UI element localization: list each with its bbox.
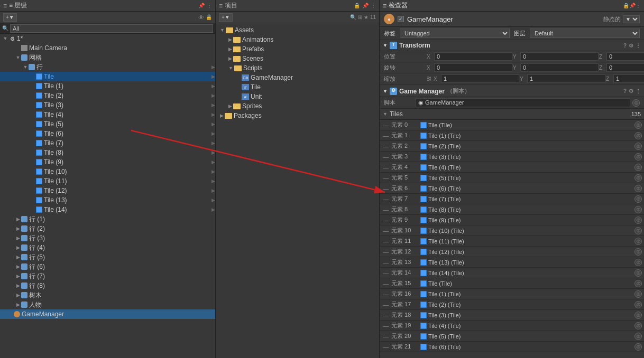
tile4-item[interactable]: Tile (4) ▶ — [0, 110, 215, 119]
tile-ref-select-btn[interactable]: ◎ — [634, 343, 642, 351]
renw-item[interactable]: ▶ 人物 — [0, 300, 215, 309]
hang5-item[interactable]: ▶ 行 (5) — [0, 252, 215, 262]
tile9-item[interactable]: Tile (9) ▶ — [0, 157, 215, 167]
transform-settings-icon[interactable]: ⚙ — [629, 43, 633, 49]
tile-list-item[interactable]: — 元素 11 Tile (11) (Tile) ◎ — [380, 236, 644, 247]
transform-arrow[interactable]: ▼ — [383, 43, 388, 48]
tile-list-item[interactable]: — 元素 4 Tile (4) (Tile) ◎ — [380, 162, 644, 173]
rot-x-input[interactable] — [434, 63, 512, 72]
tile-ref-select-btn[interactable]: ◎ — [634, 216, 642, 224]
scenes-folder[interactable]: ▶ Scenes — [218, 54, 377, 63]
inspector-dots-icon[interactable]: ⋮ — [636, 3, 641, 8]
gm-settings-icon[interactable]: ⚙ — [629, 88, 633, 94]
hierarchy-tree[interactable]: ▼ ⚙ 1* Main Camera ▼ 网格 ▼ — [0, 34, 215, 358]
tile-list-item[interactable]: — 元素 1 Tile (1) (Tile) ◎ — [380, 130, 644, 141]
tile-ref-select-btn[interactable]: ◎ — [634, 227, 642, 234]
project-search-icon[interactable]: 🔍 — [350, 14, 356, 20]
hang6-item[interactable]: ▶ 行 (6) — [0, 262, 215, 271]
project-pin-icon[interactable]: 📌 — [362, 3, 369, 8]
inspector-menu-icon[interactable]: ≡ — [383, 2, 387, 10]
prefabs-folder[interactable]: ▶ Prefabs — [218, 44, 377, 54]
scripts-folder[interactable]: ▼ Scripts — [218, 63, 377, 73]
pos-y-input[interactable] — [520, 52, 599, 61]
tile-ref-select-btn[interactable]: ◎ — [634, 269, 642, 277]
tile14-item[interactable]: Tile (14) ▶ — [0, 205, 215, 214]
scale-link-icon[interactable]: ⛓ — [427, 76, 431, 81]
project-menu-icon[interactable]: ≡ — [219, 2, 223, 10]
project-dots-icon[interactable]: ⋮ — [371, 3, 376, 8]
tile-list-item[interactable]: — 元素 18 Tile (3) (Tile) ◎ — [380, 310, 644, 321]
hang3-item[interactable]: ▶ 行 (3) — [0, 233, 215, 243]
wangge-arrow[interactable]: ▼ — [15, 54, 21, 61]
hierarchy-menu-icon[interactable]: ≡ — [3, 2, 7, 10]
tile-list-item[interactable]: — 元素 15 Tile (Tile) ◎ — [380, 278, 644, 289]
tile-ref-select-btn[interactable]: ◎ — [634, 333, 642, 340]
packages-folder[interactable]: ▶ Packages — [218, 111, 377, 120]
active-checkbox[interactable] — [398, 16, 404, 22]
tile6-item[interactable]: Tile (6) ▶ — [0, 129, 215, 138]
assets-folder[interactable]: ▼ Assets — [218, 25, 377, 35]
tile-ref-select-btn[interactable]: ◎ — [634, 312, 642, 319]
tile-ref-select-btn[interactable]: ◎ — [634, 248, 642, 256]
inspector-lock-icon[interactable]: 🔒 — [623, 3, 629, 8]
animations-folder[interactable]: ▶ Animations — [218, 35, 377, 44]
tile-script[interactable]: # Tile — [218, 82, 377, 92]
gm-section-header[interactable]: ▼ ⚙ Game Manager （脚本） ? ⚙ ⋮ — [380, 86, 644, 97]
tile-ref-select-btn[interactable]: ◎ — [634, 174, 642, 182]
tile-ref-select-btn[interactable]: ◎ — [634, 164, 642, 171]
tile-list-item[interactable]: — 元素 2 Tile (2) (Tile) ◎ — [380, 141, 644, 152]
packages-arrow[interactable]: ▶ — [220, 113, 224, 118]
wangge-item[interactable]: ▼ 网格 — [0, 53, 215, 62]
tile-ref-select-btn[interactable]: ◎ — [634, 301, 642, 308]
assets-arrow[interactable]: ▼ — [220, 27, 225, 33]
tile7-item[interactable]: Tile (7) ▶ — [0, 138, 215, 148]
tile-ref-select-btn[interactable]: ◎ — [634, 132, 642, 139]
tile-list-item[interactable]: — 元素 7 Tile (7) (Tile) ◎ — [380, 194, 644, 204]
transform-section-header[interactable]: ▼ T Transform ? ⚙ ⋮ — [380, 40, 644, 51]
tile1-item[interactable]: Tile (1) ▶ — [0, 81, 215, 91]
transform-help-icon[interactable]: ? — [623, 43, 627, 49]
sprites-folder[interactable]: ▶ Sprites — [218, 101, 377, 111]
pos-x-input[interactable] — [434, 52, 512, 61]
scale-y-input[interactable] — [527, 74, 605, 83]
tile-list-item[interactable]: — 元素 8 Tile (8) (Tile) ◎ — [380, 204, 644, 215]
tile-list-item[interactable]: — 元素 9 Tile (9) (Tile) ◎ — [380, 215, 644, 225]
scenes-arrow[interactable]: ▶ — [228, 56, 232, 61]
sprites-arrow[interactable]: ▶ — [228, 103, 232, 109]
animations-arrow[interactable]: ▶ — [228, 37, 232, 42]
hang8-item[interactable]: ▶ 行 (8) — [0, 281, 215, 290]
tile-ref-select-btn[interactable]: ◎ — [634, 322, 642, 329]
script-select-btn[interactable]: ◎ — [632, 99, 640, 107]
tile3-item[interactable]: Tile (3) ▶ — [0, 100, 215, 110]
scripts-arrow[interactable]: ▼ — [228, 65, 233, 71]
tile-ref-select-btn[interactable]: ◎ — [634, 153, 642, 161]
pos-z-input[interactable] — [606, 52, 644, 61]
tile-list-item[interactable]: — 元素 14 Tile (14) (Tile) ◎ — [380, 268, 644, 278]
tile12-item[interactable]: Tile (12) ▶ — [0, 186, 215, 195]
hierarchy-dots-icon[interactable]: ⋮ — [207, 3, 212, 8]
tile2-item[interactable]: Tile (2) ▶ — [0, 91, 215, 100]
tag-select[interactable]: Untagged — [400, 29, 510, 38]
tile-ref-select-btn[interactable]: ◎ — [634, 185, 642, 192]
gm-help-icon[interactable]: ? — [623, 88, 627, 94]
tile-ref-select-btn[interactable]: ◎ — [634, 259, 642, 266]
tile-list-item[interactable]: — 元素 0 Tile (Tile) ◎ — [380, 120, 644, 130]
static-dropdown[interactable]: ▼ — [623, 15, 640, 23]
gamemanager-script[interactable]: C# GameManager — [218, 73, 377, 82]
project-add-button[interactable]: +▼ — [219, 13, 233, 22]
tile-ref-select-btn[interactable]: ◎ — [634, 290, 642, 298]
hang-arrow[interactable]: ▼ — [22, 64, 29, 70]
tile-ref-select-btn[interactable]: ◎ — [634, 195, 642, 203]
project-tree[interactable]: ▼ Assets ▶ Animations ▶ Prefabs ▶ Scenes — [216, 23, 379, 358]
tile-ref-select-btn[interactable]: ◎ — [634, 280, 642, 287]
hang-item[interactable]: ▼ 行 ▶ — [0, 62, 215, 72]
shumu-item[interactable]: ▶ 树木 — [0, 290, 215, 300]
gm-arrow[interactable]: ▼ — [383, 89, 388, 94]
scene-root-item[interactable]: ▼ ⚙ 1* — [0, 34, 215, 43]
tile-list-item[interactable]: — 元素 3 Tile (3) (Tile) ◎ — [380, 152, 644, 162]
hierarchy-pin-icon[interactable]: 📌 — [198, 3, 205, 8]
gm-dots-icon[interactable]: ⋮ — [636, 88, 641, 94]
hang2-item[interactable]: ▶ 行 (2) — [0, 224, 215, 233]
tile-list-item[interactable]: — 元素 17 Tile (2) (Tile) ◎ — [380, 299, 644, 310]
inspector-pin-icon[interactable]: 📌 — [629, 3, 636, 8]
